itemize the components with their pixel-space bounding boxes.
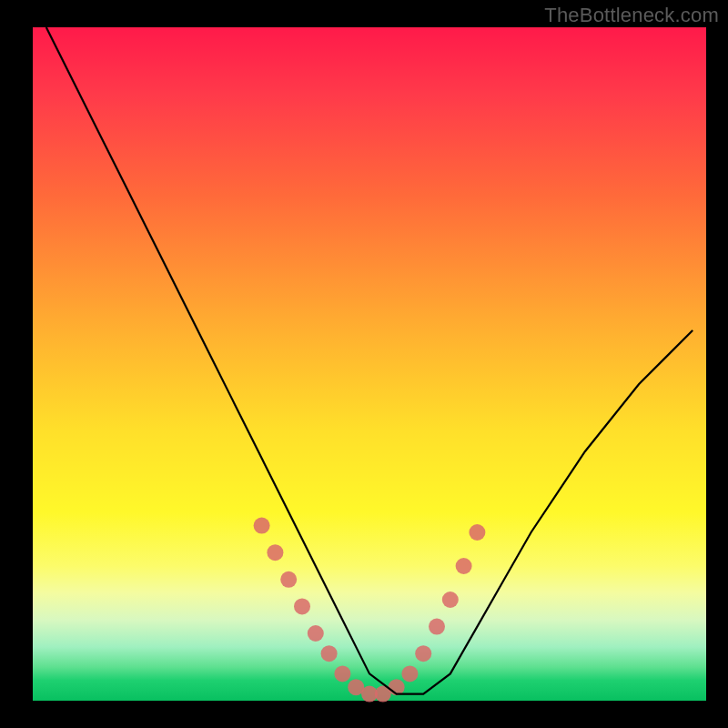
- marker-dot: [401, 665, 418, 682]
- chart-stage: TheBottleneck.com: [0, 0, 728, 728]
- marker-dot: [456, 558, 472, 574]
- marker-dot: [280, 571, 297, 588]
- marker-dot: [429, 619, 445, 635]
- marker-dot: [334, 665, 350, 682]
- marker-dot: [267, 544, 283, 561]
- marker-dot: [294, 598, 310, 614]
- watermark-text: TheBottleneck.com: [544, 4, 719, 27]
- chart-svg: [33, 27, 706, 701]
- marker-dot: [415, 645, 431, 662]
- marker-dot: [469, 524, 485, 541]
- marker-dot: [442, 592, 459, 608]
- marker-dot: [308, 625, 324, 642]
- marker-dot: [254, 518, 270, 534]
- bottleneck-curve: [46, 27, 693, 694]
- marker-dot: [321, 645, 338, 662]
- plot-area: [33, 27, 706, 701]
